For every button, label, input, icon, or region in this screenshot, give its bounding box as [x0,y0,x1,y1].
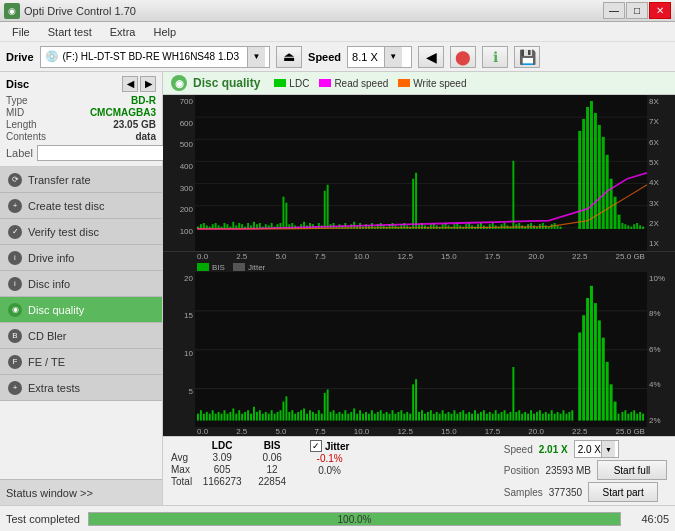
erase-button[interactable]: ⬤ [450,46,476,68]
minimize-button[interactable]: — [603,2,625,19]
cd-bler-label: CD Bler [28,330,67,342]
svg-rect-253 [495,410,497,420]
svg-rect-208 [362,413,364,420]
chart2-x-spacer-right [647,427,675,436]
menu-file[interactable]: File [4,25,38,39]
chart1-wrapper: 700 600 500 400 300 200 100 [163,95,675,252]
menu-extra[interactable]: Extra [102,25,144,39]
svg-rect-244 [468,411,470,420]
y2-20: 20 [184,274,193,283]
disc-mid-value: CMCMAGBA3 [90,107,156,118]
svg-rect-186 [297,411,299,420]
chart1-x-labels: 0.0 2.5 5.0 7.5 10.0 12.5 15.0 17.5 20.0… [163,252,675,261]
disc-info-header: Disc ◀ ▶ [6,76,156,92]
svg-rect-276 [562,410,564,420]
svg-rect-269 [542,413,544,420]
svg-rect-188 [303,408,305,420]
svg-rect-237 [448,411,450,420]
y1r-7x: 7X [649,117,659,126]
svg-rect-291 [621,411,623,420]
legend-write-speed: Write speed [398,78,466,89]
maximize-button[interactable]: □ [626,2,648,19]
y1r-1x: 1X [649,239,659,248]
left-panel: Disc ◀ ▶ Type BD-R MID CMCMAGBA3 Length … [0,72,163,505]
svg-rect-224 [409,413,411,420]
svg-rect-256 [504,410,506,420]
y2-10: 10 [184,349,193,358]
stats-ldc-total: 1166273 [203,476,242,487]
svg-rect-166 [238,410,240,420]
svg-rect-170 [250,413,252,420]
info-button[interactable]: ℹ [482,46,508,68]
x1-15: 15.0 [441,252,457,261]
svg-rect-283 [590,285,593,420]
disc-eject-icon[interactable]: ▶ [140,76,156,92]
stats-ldc-avg: 3.09 [212,452,231,463]
start-full-button[interactable]: Start full [597,460,667,480]
legend-write-speed-color [398,79,410,87]
svg-rect-268 [539,410,541,420]
sidebar-item-verify-test-disc[interactable]: ✓ Verify test disc [0,219,162,245]
sidebar-item-drive-info[interactable]: i Drive info [0,245,162,271]
eject-button[interactable]: ⏏ [276,46,302,68]
svg-rect-226 [415,379,417,420]
sidebar-item-fe-te[interactable]: F FE / TE [0,349,162,375]
speed-selector[interactable]: 8.1 X ▼ [347,46,412,68]
svg-rect-110 [504,223,506,229]
save-button[interactable]: 💾 [514,46,540,68]
svg-rect-142 [624,224,626,229]
svg-rect-77 [406,225,408,229]
svg-rect-163 [229,411,231,420]
chart2-y-axis-right: 10% 8% 6% 4% 2% [647,272,675,428]
chart2-legend: BIS Jitter [163,261,675,272]
drive-info-icon: i [8,251,22,265]
x1-7.5: 7.5 [315,252,326,261]
transfer-rate-label: Transfer rate [28,174,91,186]
svg-rect-277 [565,413,567,420]
drive-selector[interactable]: 💿 (F:) HL-DT-ST BD-RE WH16NS48 1.D3 ▼ [40,46,271,68]
y2r-8: 8% [649,309,661,318]
menu-start-test[interactable]: Start test [40,25,100,39]
status-window-toggle[interactable]: Status window >> [0,479,162,505]
prev-button[interactable]: ◀ [418,46,444,68]
start-part-button[interactable]: Start part [588,482,658,502]
sidebar-item-transfer-rate[interactable]: ⟳ Transfer rate [0,167,162,193]
menu-help[interactable]: Help [145,25,184,39]
svg-rect-264 [527,413,529,420]
svg-rect-287 [606,361,609,420]
y1r-2x: 2X [649,219,659,228]
svg-rect-209 [365,411,367,420]
sidebar-item-disc-info[interactable]: i Disc info [0,271,162,297]
x1-25: 25.0 GB [616,252,645,261]
chart1-x-spacer-right [647,252,675,261]
window-title: Opti Drive Control 1.70 [24,5,136,17]
disc-label-input[interactable] [37,145,170,161]
sidebar-item-create-test-disc[interactable]: + Create test disc [0,193,162,219]
stats-jitter-max: 0.0% [318,465,341,476]
y2r-10: 10% [649,274,665,283]
stats-bis-total: 22854 [258,476,286,487]
stats-bar: X Avg Max Total LDC 3.09 605 1166273 BIS… [163,436,675,505]
sidebar-item-disc-quality[interactable]: ◉ Disc quality [0,297,162,323]
svg-rect-49 [324,191,326,229]
disc-label-label: Label [6,147,33,159]
jitter-checkbox[interactable]: ✓ [310,440,322,452]
sidebar-item-extra-tests[interactable]: + Extra tests [0,375,162,401]
disc-load-icon[interactable]: ◀ [122,76,138,92]
speed-select-small[interactable]: 2.0 X ▼ [574,440,619,458]
stats-bis-header: BIS [264,440,281,451]
svg-rect-154 [203,413,205,420]
sidebar-item-cd-bler[interactable]: B CD Bler [0,323,162,349]
svg-rect-194 [321,413,323,420]
svg-rect-246 [474,410,476,420]
speed-select-arrow[interactable]: ▼ [601,441,615,457]
drive-dropdown-arrow[interactable]: ▼ [247,47,265,67]
svg-rect-105 [489,224,491,229]
svg-rect-201 [341,413,343,420]
close-button[interactable]: ✕ [649,2,671,19]
svg-rect-284 [594,303,597,420]
svg-rect-187 [300,410,302,420]
svg-rect-251 [489,411,491,420]
speed-dropdown-arrow[interactable]: ▼ [384,47,402,67]
stats-avg-label: Avg [171,452,192,463]
